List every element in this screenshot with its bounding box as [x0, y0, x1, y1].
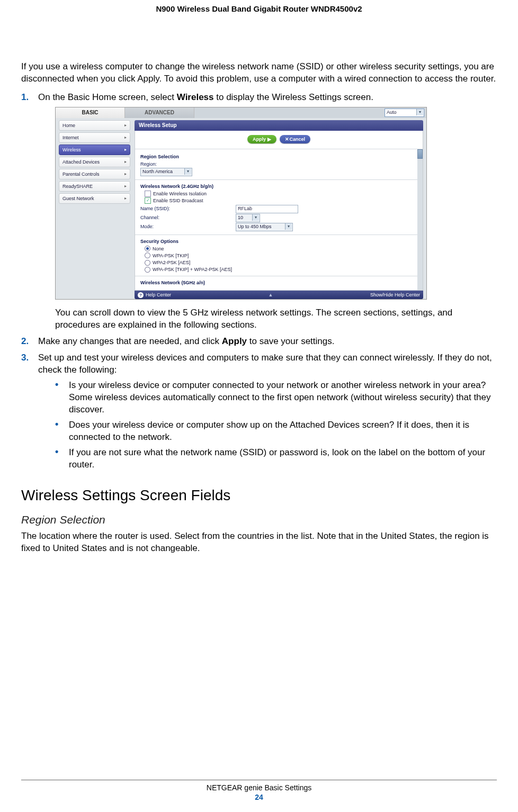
intro-paragraph: If you use a wireless computer to change… — [21, 61, 497, 85]
step-3-text: Set up and test your wireless devices an… — [38, 353, 492, 375]
sidebar-item-guest[interactable]: Guest Network — [59, 193, 130, 204]
sidebar-item-internet[interactable]: Internet — [59, 132, 130, 143]
step-2-pre: Make any changes that are needed, and cl… — [38, 336, 222, 346]
step-2-bold: Apply — [222, 336, 247, 346]
band-24-title: Wireless Network (2.4GHz b/g/n) — [140, 183, 412, 190]
radio-both-label: WPA-PSK [TKIP] + WPA2-PSK [AES] — [153, 266, 232, 273]
isolation-checkbox[interactable] — [145, 191, 151, 197]
radio-aes-label: WPA2-PSK [AES] — [153, 259, 190, 266]
broadcast-label: Enable SSID Broadcast — [153, 197, 203, 204]
radio-aes[interactable] — [145, 260, 150, 266]
step-1: On the Basic Home screen, select Wireles… — [21, 92, 497, 331]
radio-tkip-label: WPA-PSK [TKIP] — [153, 252, 189, 259]
band-5-title: Wireless Network (5GHz a/n) — [140, 279, 412, 286]
mode-select[interactable]: Up to 450 Mbps — [236, 223, 293, 231]
bullet-3: If you are not sure what the network nam… — [55, 447, 497, 471]
radio-none[interactable] — [145, 246, 150, 251]
step-2-post: to save your settings. — [247, 336, 334, 346]
security-title: Security Options — [140, 238, 412, 245]
sidebar-item-home[interactable]: Home — [59, 120, 130, 131]
page-header-title: N900 Wireless Dual Band Gigabit Router W… — [21, 0, 497, 29]
footer-page-number: 24 — [0, 793, 518, 801]
help-toggle-label[interactable]: Show/Hide Help Center — [370, 291, 420, 299]
broadcast-checkbox[interactable]: ✓ — [145, 197, 151, 204]
region-paragraph: The location where the router is used. S… — [21, 530, 497, 555]
router-ui-screenshot: BASIC ADVANCED Auto Home Internet Wirele… — [55, 107, 427, 300]
radio-both[interactable] — [145, 267, 150, 273]
mode-label: Mode: — [140, 223, 236, 230]
cancel-button[interactable]: ✕Cancel — [280, 135, 310, 143]
bullet-2: Does your wireless device or computer sh… — [55, 419, 497, 444]
step-3: Set up and test your wireless devices an… — [21, 352, 497, 471]
region-select[interactable]: North America — [140, 168, 192, 176]
sidebar: Home Internet Wireless Attached Devices … — [56, 118, 132, 300]
ssid-input[interactable]: RFLab — [236, 205, 298, 213]
isolation-label: Enable Wireless Isolation — [153, 191, 207, 197]
sidebar-item-attached[interactable]: Attached Devices — [59, 157, 130, 167]
radio-tkip[interactable] — [145, 252, 150, 258]
region-section-title: Region Selection — [140, 154, 412, 160]
ssid-label: Name (SSID): — [140, 205, 236, 212]
help-icon: ? — [138, 292, 144, 298]
tab-advanced[interactable]: ADVANCED — [125, 107, 194, 118]
footer-title: NETGEAR genie Basic Settings — [0, 783, 518, 792]
step-2: Make any changes that are needed, and cl… — [21, 336, 497, 348]
step-1-pre: On the Basic Home screen, select — [38, 92, 177, 102]
channel-select[interactable]: 10 — [236, 214, 260, 222]
section-heading: Wireless Settings Screen Fields — [21, 487, 497, 504]
help-label: Help Center — [146, 291, 171, 299]
sidebar-item-readyshare[interactable]: ReadySHARE — [59, 181, 130, 192]
bullet-1: Is your wireless device or computer conn… — [55, 380, 497, 416]
apply-button[interactable]: Apply ▶ — [247, 135, 276, 143]
step-1-note: You can scroll down to view the 5 GHz wi… — [38, 307, 497, 331]
radio-none-label: None — [153, 246, 164, 252]
tab-basic[interactable]: BASIC — [56, 107, 125, 118]
step-1-post: to display the Wireless Settings screen. — [214, 92, 373, 102]
chevron-up-icon: ▲ — [269, 292, 273, 297]
sidebar-item-wireless[interactable]: Wireless — [59, 145, 130, 155]
sidebar-item-parental[interactable]: Parental Controls — [59, 169, 130, 179]
region-label: Region: — [140, 161, 236, 167]
page-footer: NETGEAR genie Basic Settings 24 — [0, 780, 518, 801]
subsection-heading: Region Selection — [21, 513, 497, 526]
step-1-bold: Wireless — [177, 92, 214, 102]
panel-title: Wireless Setup — [135, 120, 423, 131]
language-select[interactable]: Auto — [385, 109, 424, 117]
channel-label: Channel: — [140, 214, 236, 221]
help-bar[interactable]: ? Help Center ▲ Show/Hide Help Center — [135, 291, 423, 299]
